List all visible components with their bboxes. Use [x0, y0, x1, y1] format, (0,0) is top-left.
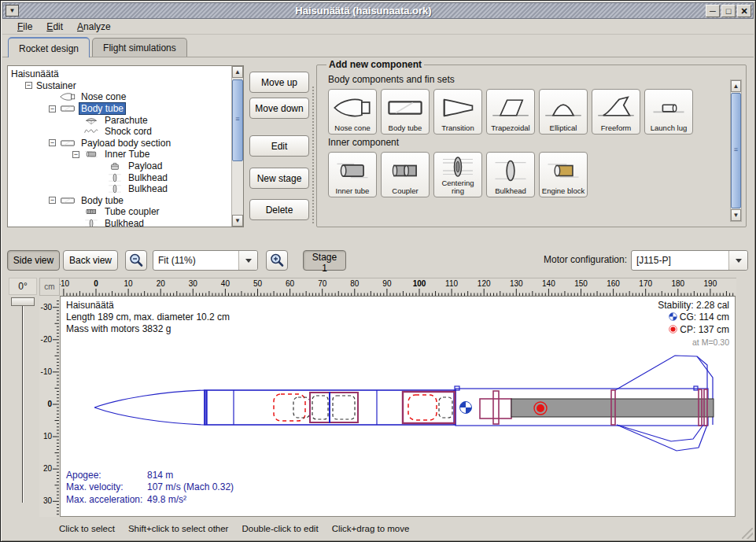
tree-scrollbar[interactable]: ▲ ▼ — [231, 66, 243, 227]
splitter-handle[interactable] — [312, 86, 315, 224]
add-transition-button[interactable]: Transition — [433, 89, 482, 135]
tree-item-inner-tube[interactable]: −Inner Tube — [8, 149, 231, 160]
tree-item-haisunäätä[interactable]: Haisunäätä — [8, 68, 231, 80]
tree-item-label: Inner Tube — [103, 149, 151, 160]
zoom-out-button[interactable] — [125, 250, 147, 271]
tree-item-tube-coupler[interactable]: Tube coupler — [8, 206, 231, 218]
fin-shape — [615, 356, 707, 390]
expander-icon[interactable]: − — [72, 151, 79, 158]
scroll-down-icon[interactable]: ▼ — [232, 215, 243, 227]
add-engine-block-button[interactable]: Engine block — [539, 152, 588, 197]
tree-item-shock-cord[interactable]: Shock cord — [8, 126, 231, 138]
add-component-title: Add new component — [326, 59, 424, 70]
tab-rocket-design[interactable]: Rocket design — [8, 37, 90, 57]
tree-item-label: Shock cord — [103, 126, 153, 137]
chevron-down-icon[interactable] — [728, 251, 747, 270]
side-view-button[interactable]: Side view — [7, 250, 60, 271]
tree-item-nose-cone[interactable]: Nose cone — [8, 91, 231, 103]
add-trapezoidal-button[interactable]: Trapezoidal — [486, 89, 535, 135]
tree-item-body-tube[interactable]: −Body tube — [8, 195, 231, 207]
move-up-button[interactable]: Move up — [249, 72, 309, 93]
mach-note: at M=0.30 — [658, 337, 729, 348]
zoom-out-icon — [128, 253, 144, 268]
title-bar[interactable]: ▼ Haisunäätä (haisunaata.ork) ─ □ ✕ — [2, 2, 754, 19]
add-component-panel: Add new component Body components and fi… — [316, 59, 747, 227]
tree-item-label: Haisunäätä — [9, 68, 61, 79]
add-centering-ring-button[interactable]: Centering ring — [433, 152, 482, 197]
svg-text:170: 170 — [639, 279, 652, 288]
delete-button[interactable]: Delete — [249, 199, 309, 220]
vertical-ruler: -30-20-100102030 — [39, 296, 60, 517]
scroll-down-icon[interactable]: ▼ — [731, 209, 741, 221]
add-freeform-button[interactable]: Freeform — [592, 89, 640, 135]
svg-text:90: 90 — [382, 279, 392, 288]
svg-text:120: 120 — [478, 279, 491, 288]
maximize-button[interactable]: □ — [721, 5, 736, 17]
tree-item-label: Bulkhead — [127, 183, 169, 194]
add-nose-cone-button[interactable]: Nose cone — [328, 89, 377, 135]
add-elliptical-button[interactable]: Elliptical — [539, 89, 588, 135]
svg-text:20: 20 — [43, 464, 53, 473]
menu-analyze[interactable]: Analyze — [70, 20, 118, 34]
tree-item-sustainer[interactable]: −Sustainer — [8, 80, 231, 92]
menu-file[interactable]: File — [10, 20, 39, 34]
svg-text:20: 20 — [157, 279, 166, 288]
tree-item-bulkhead[interactable]: Bulkhead — [8, 183, 231, 195]
tree-item-body-tube[interactable]: −Body tube — [8, 103, 231, 115]
payload-shape — [312, 396, 328, 419]
component-groups: Body components and fin setsNose coneBod… — [325, 74, 741, 197]
rotation-slider-track[interactable] — [22, 300, 24, 503]
move-down-button[interactable]: Move down — [249, 98, 309, 119]
scrollbar-thumb[interactable] — [232, 79, 243, 161]
horizontal-ruler: -100102030405060708090100110120130140150… — [60, 278, 736, 296]
chevron-down-icon[interactable] — [238, 251, 257, 270]
add-coupler-button[interactable]: Coupler — [381, 152, 430, 197]
ruler-unit: cm — [39, 278, 60, 296]
tree-item-payload[interactable]: Payload — [8, 160, 231, 172]
add-bulkhead-button[interactable]: Bulkhead — [486, 152, 535, 197]
svg-text:40: 40 — [221, 279, 230, 288]
menu-edit[interactable]: Edit — [39, 20, 70, 34]
tree-actions: Move upMove downEditNew stageDelete — [249, 72, 311, 225]
component-tree[interactable]: Haisunäätä−SustainerNose cone−Body tubeP… — [7, 65, 244, 227]
cg-icon — [669, 312, 677, 324]
close-button[interactable]: ✕ — [737, 5, 751, 17]
back-view-button[interactable]: Back view — [63, 250, 118, 271]
tree-item-bulkhead[interactable]: Bulkhead — [8, 171, 231, 183]
motor-configuration-select[interactable]: [J115-P] — [631, 250, 748, 271]
tree-item-label: Nose cone — [79, 91, 127, 102]
tree-item-parachute[interactable]: Parachute — [8, 114, 231, 126]
bodytube-icon — [58, 195, 77, 206]
scroll-up-icon[interactable]: ▲ — [731, 80, 741, 92]
tree-body[interactable]: Haisunäätä−SustainerNose cone−Body tubeP… — [8, 66, 231, 227]
scroll-up-icon[interactable]: ▲ — [232, 66, 243, 78]
scrollbar-thumb[interactable] — [731, 93, 741, 208]
expander-icon[interactable]: − — [49, 197, 56, 204]
zoom-in-button[interactable] — [266, 250, 288, 271]
tree-item-bulkhead[interactable]: Bulkhead — [8, 218, 231, 227]
tree-item-payload-body-section[interactable]: −Payload body section — [8, 138, 231, 149]
add-body-tube-button[interactable]: Body tube — [381, 89, 430, 135]
parachute-icon — [82, 115, 101, 126]
add-launch-lug-button[interactable]: Launch lug — [644, 89, 693, 135]
engine-block-shape — [480, 399, 511, 418]
edit-button[interactable]: Edit — [249, 135, 309, 157]
expander-icon[interactable]: − — [49, 105, 56, 112]
status-hint: Click+drag to move — [332, 524, 410, 533]
expander-icon[interactable]: − — [25, 82, 32, 89]
rotation-slider-handle[interactable] — [11, 297, 35, 306]
stage-1-toggle[interactable]: Stage 1 — [303, 250, 346, 271]
bulkhead-icon — [105, 183, 124, 194]
resize-grip-icon[interactable] — [742, 528, 753, 539]
window-menu-icon[interactable]: ▼ — [6, 5, 19, 17]
svg-text:70: 70 — [318, 279, 327, 288]
tab-flight-simulations[interactable]: Flight simulations — [92, 38, 187, 57]
minimize-button[interactable]: ─ — [706, 5, 720, 17]
component-scrollbar[interactable]: ▲ ▼ — [730, 79, 742, 222]
expander-icon[interactable]: − — [49, 139, 56, 146]
rocket-figure-canvas[interactable]: Haisunäätä Length 189 cm, max. diameter … — [60, 296, 736, 517]
add-inner-tube-button[interactable]: Inner tube — [328, 152, 377, 197]
zoom-select[interactable]: Fit (11%) — [153, 250, 258, 271]
new-stage-button[interactable]: New stage — [249, 168, 309, 189]
stability-value: Stability: 2.28 cal — [658, 300, 729, 312]
